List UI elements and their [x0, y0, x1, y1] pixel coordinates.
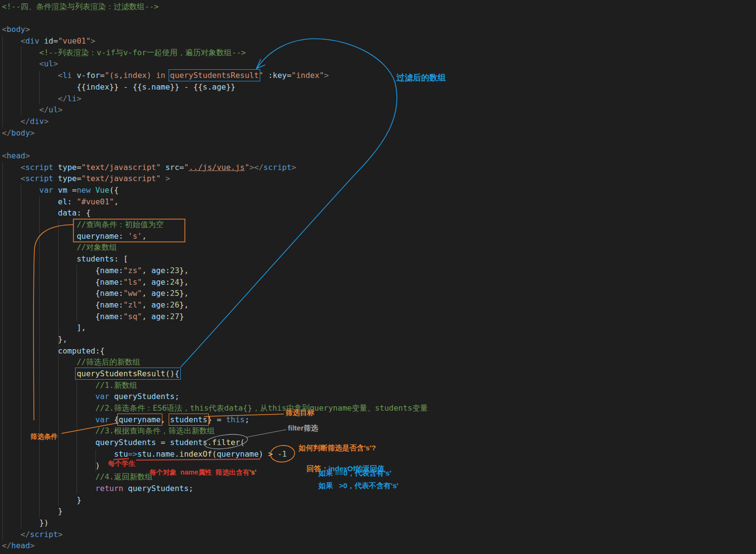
code-line[interactable]: var vm =new Vue({ [2, 185, 428, 196]
code-line[interactable]: //对象数组 [2, 242, 428, 253]
code-line[interactable]: {name:"zs", age:23}, [2, 265, 428, 277]
code-line[interactable]: //1.新数组 [2, 380, 428, 391]
code-line[interactable]: </script> [2, 529, 428, 540]
code-line[interactable]: return queryStudents; [2, 483, 428, 494]
code-line[interactable]: </ul> [2, 104, 428, 116]
computed-fn-highlight-box: queryStudentsResult(){ [77, 369, 179, 378]
queryname-highlight-box: queryname [119, 415, 161, 424]
v-for-source-highlight-box: queryStudentsResult [170, 71, 259, 80]
code-line[interactable]: queryStudentsResult(){ [2, 368, 428, 380]
code-line[interactable]: }) [2, 517, 428, 529]
code-line[interactable]: </body> [2, 127, 428, 139]
students-highlight-box: students [170, 415, 207, 424]
code-line[interactable]: <body> [2, 24, 428, 35]
code-line[interactable] [2, 13, 428, 24]
code-line[interactable]: ], [2, 322, 428, 334]
code-line[interactable]: {name:"ww", age:25}, [2, 288, 428, 299]
code-line[interactable]: data: { [2, 207, 428, 219]
code-line[interactable]: <head> [2, 150, 428, 162]
code-line[interactable]: </div> [2, 116, 428, 127]
code-line[interactable]: //3.根据查询条件，筛选出新数组 [2, 425, 428, 437]
code-line[interactable]: students: [ [2, 253, 428, 265]
code-line[interactable]: //2.筛选条件：ES6语法，this代表data{}，从this中拿到quer… [2, 402, 428, 414]
code-line[interactable]: </li> [2, 93, 428, 105]
code-line[interactable]: el: "#vue01", [2, 196, 428, 208]
code-line[interactable]: <div id="vue01"> [2, 35, 428, 47]
code-line[interactable]: ) [2, 460, 428, 472]
code-line[interactable]: </head> [2, 540, 428, 552]
code-line[interactable]: <script type="text/javascript" > [2, 173, 428, 185]
code-line[interactable]: }, [2, 334, 428, 345]
code-line[interactable]: {{index}} - {{s.name}} - {{s.age}} [2, 81, 428, 93]
code-line[interactable]: queryname: 's', [2, 231, 428, 242]
code-line[interactable]: {name:"ls", age:24}, [2, 277, 428, 288]
code-editor[interactable]: <!--四、条件渲染与列表渲染：过滤数组--> <body> <div id="… [0, 0, 756, 554]
code-line[interactable] [2, 138, 428, 150]
code-line[interactable]: //查询条件：初始值为空 [2, 219, 428, 231]
code-line[interactable]: <!--四、条件渲染与列表渲染：过滤数组--> [2, 1, 428, 13]
code-line[interactable]: //4.返回新数组 [2, 471, 428, 483]
code-line[interactable]: <li v-for="(s,index) in queryStudentsRes… [2, 70, 428, 81]
code-editor-lines[interactable]: <!--四、条件渲染与列表渲染：过滤数组--> <body> <div id="… [2, 1, 428, 552]
code-line[interactable]: {name:"sq", age:27} [2, 311, 428, 323]
code-line[interactable]: <ul> [2, 58, 428, 70]
code-line[interactable]: var queryStudents; [2, 391, 428, 402]
code-line[interactable]: var {queryname, students} = this; [2, 414, 428, 426]
code-line[interactable]: <!--列表渲染：v-if与v-for一起使用，遍历对象数组--> [2, 47, 428, 59]
code-line[interactable]: <script type="text/javascript" src="../j… [2, 162, 428, 173]
code-line[interactable]: } [2, 494, 428, 506]
code-line[interactable]: //筛选后的新数组 [2, 356, 428, 368]
code-line[interactable]: } [2, 506, 428, 517]
code-line[interactable]: {name:"zl", age:26}, [2, 299, 428, 311]
code-line[interactable]: computed:{ [2, 345, 428, 357]
code-line[interactable]: queryStudents = students.filter( [2, 437, 428, 448]
code-line[interactable]: stu=>stu.name.indexOf(queryname) > -1 [2, 448, 428, 460]
